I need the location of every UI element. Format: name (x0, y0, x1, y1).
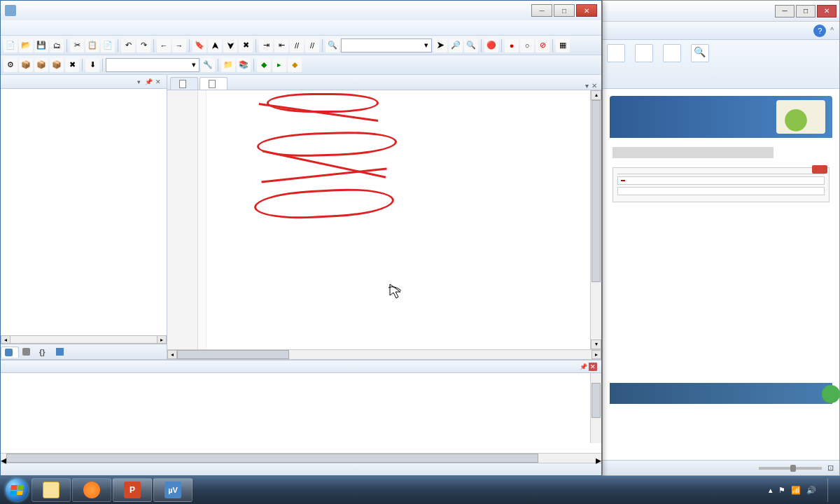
code-text[interactable] (206, 90, 590, 349)
tb-uncomment-icon[interactable]: // (305, 38, 319, 52)
menu-debug[interactable] (59, 27, 71, 29)
ppt-zoom-slider[interactable] (759, 467, 822, 470)
tb-options-icon[interactable]: 🔧 (201, 58, 215, 72)
tray-flag-icon[interactable]: ⚑ (778, 486, 785, 495)
uv-maximize-button[interactable]: □ (554, 4, 575, 17)
tb-copy-icon[interactable]: 📋 (85, 38, 99, 52)
tb-batch-icon[interactable]: 📦 (50, 58, 64, 72)
menu-flash[interactable] (48, 27, 59, 29)
ppt-help-icon[interactable]: ? (813, 24, 826, 37)
project-tree[interactable] (1, 89, 167, 335)
tray-network-icon[interactable]: 📶 (791, 486, 801, 495)
tb-debug-icon[interactable]: 🔴 (484, 38, 498, 52)
tb-outdent-icon[interactable]: ⇤ (274, 38, 288, 52)
ppt-tool-edit[interactable]: 🔍 (691, 44, 709, 64)
tb-bookmark-prev-icon[interactable]: ⮝ (208, 38, 222, 52)
tab-templates[interactable] (52, 346, 69, 357)
tb-find-files-icon[interactable]: 🔎 (449, 38, 463, 52)
tab-functions[interactable]: {} (36, 346, 52, 357)
tray-volume-icon[interactable]: 🔊 (806, 486, 816, 495)
tb-breakpoint-icon[interactable]: ● (505, 38, 519, 52)
menu-project[interactable] (37, 27, 48, 29)
tb-cut-icon[interactable]: ✂ (70, 38, 84, 52)
tb-step-icon[interactable]: ▸ (272, 58, 286, 72)
tb-build-icon[interactable]: 📦 (19, 58, 33, 72)
menu-svcs[interactable] (93, 27, 104, 29)
output-vscroll[interactable] (590, 373, 601, 443)
tab-books[interactable] (19, 346, 36, 357)
uv-minimize-button[interactable]: ─ (531, 4, 552, 17)
ppt-tab-view[interactable] (608, 28, 625, 34)
panel-close-icon[interactable]: ✕ (154, 78, 162, 86)
ppt-tool-quick[interactable] (663, 44, 681, 64)
project-hscroll[interactable]: ◂▸ (1, 335, 167, 344)
ppt-minimize-button[interactable]: ─ (775, 5, 794, 18)
tb-find-icon[interactable]: 🔍 (326, 38, 340, 52)
tb-window-icon[interactable]: ▦ (556, 38, 570, 52)
tb-bookmark-clear-icon[interactable]: ✖ (239, 38, 253, 52)
editor-tab-dropdown-icon[interactable]: ▾ (585, 82, 589, 90)
taskbar-item-powerpoint[interactable]: P (113, 478, 152, 502)
menu-view[interactable] (26, 27, 37, 29)
tb-paste-icon[interactable]: 📄 (101, 38, 115, 52)
ppt-collapse-ribbon-icon[interactable]: ^ (830, 27, 834, 34)
panel-pin-icon[interactable]: 📌 (579, 363, 587, 371)
tb-bp-kill-icon[interactable]: ⊘ (536, 38, 550, 52)
tb-open-icon[interactable]: 📂 (19, 38, 33, 52)
ppt-tool-shape[interactable] (607, 44, 625, 64)
tb-fwd-icon[interactable]: → (172, 38, 186, 52)
ppt-close-button[interactable]: ✕ (817, 5, 836, 18)
tb-bp-disable-icon[interactable]: ○ (520, 38, 534, 52)
menu-help[interactable] (115, 27, 127, 29)
editor-tab-main[interactable] (170, 77, 198, 90)
tb-comment-icon[interactable]: // (290, 38, 304, 52)
tb-undo-icon[interactable]: ↶ (121, 38, 135, 52)
panel-close-icon[interactable]: ✕ (589, 363, 597, 371)
menu-window[interactable] (104, 27, 115, 29)
tab-project[interactable] (1, 346, 19, 358)
ppt-maximize-button[interactable]: □ (796, 5, 816, 18)
tb-stop-icon[interactable]: ✖ (65, 58, 79, 72)
tb-translate-icon[interactable]: ⚙ (4, 58, 18, 72)
ppt-tool-arrange[interactable] (635, 44, 653, 64)
tb-incr-search-icon[interactable]: 🔍 (464, 38, 478, 52)
editor-tab-usbconf[interactable] (200, 77, 227, 90)
tb-run-icon[interactable]: ◆ (257, 58, 271, 72)
show-desktop-button[interactable] (827, 478, 833, 502)
tb-back-icon[interactable]: ← (157, 38, 171, 52)
taskbar-item-uvision[interactable]: µV (153, 478, 192, 502)
tb-saveall-icon[interactable]: 🗂 (50, 38, 64, 52)
start-button[interactable] (3, 476, 31, 504)
code-area[interactable]: ▴▾ (167, 90, 601, 349)
menu-tools[interactable] (82, 27, 93, 29)
panel-dropdown-icon[interactable]: ▾ (134, 78, 143, 86)
ppt-fit-icon[interactable]: ⊡ (827, 463, 834, 472)
tb-rebuild-icon[interactable]: 📦 (34, 58, 48, 72)
build-output-text[interactable] (1, 373, 601, 453)
tray-expand-icon[interactable]: ▴ (769, 486, 773, 495)
output-hscroll[interactable]: ◂▸ (1, 453, 601, 463)
menu-edit[interactable] (15, 27, 26, 29)
tb-new-icon[interactable]: 📄 (4, 38, 18, 52)
tb-find-next-icon[interactable]: ⮞ (433, 38, 447, 52)
menu-file[interactable] (4, 27, 15, 29)
editor-tab-close-icon[interactable]: ✕ (592, 82, 597, 90)
menu-peripherals[interactable] (71, 27, 82, 29)
tb-pack-icon[interactable]: ◆ (288, 58, 302, 72)
tb-target-combo[interactable]: ▾ (106, 58, 200, 72)
tb-books-icon[interactable]: 📚 (237, 58, 251, 72)
tb-save-icon[interactable]: 💾 (34, 38, 48, 52)
tb-redo-icon[interactable]: ↷ (136, 38, 150, 52)
sticky-badge[interactable] (822, 385, 840, 403)
fold-column[interactable] (198, 90, 206, 349)
tb-bookmark-next-icon[interactable]: ⮟ (223, 38, 237, 52)
panel-pin-icon[interactable]: 📌 (144, 78, 153, 86)
editor-vscroll[interactable]: ▴▾ (590, 90, 601, 349)
editor-hscroll[interactable]: ◂▸ (167, 349, 601, 359)
uv-close-button[interactable]: ✕ (576, 4, 597, 17)
tb-indent-icon[interactable]: ⇥ (259, 38, 273, 52)
tb-manage-icon[interactable]: 📁 (221, 58, 235, 72)
taskbar-item-explorer[interactable] (31, 478, 71, 502)
taskbar-item-foxit[interactable] (72, 478, 111, 502)
tb-find-combo[interactable]: ▾ (341, 38, 432, 52)
